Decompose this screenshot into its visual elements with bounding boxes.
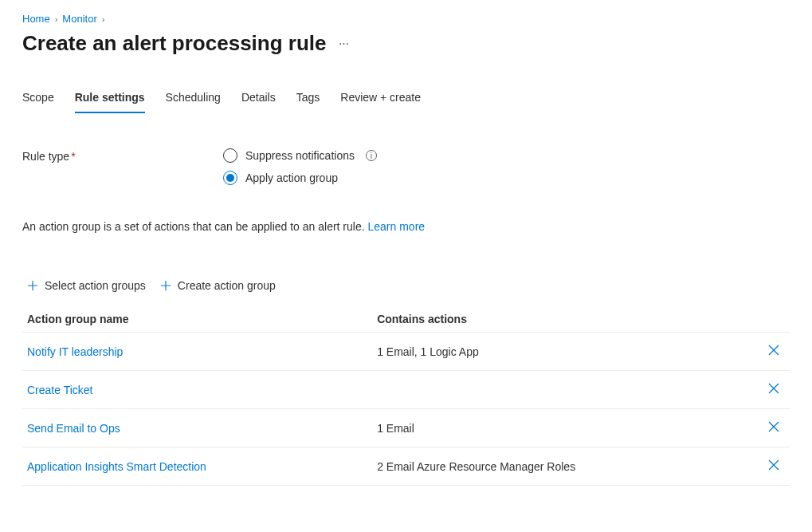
info-icon[interactable]: i bbox=[366, 150, 377, 161]
tab-tags[interactable]: Tags bbox=[296, 86, 320, 113]
plus-icon bbox=[160, 280, 171, 291]
radio-label: Apply action group bbox=[245, 171, 338, 184]
action-group-link[interactable]: Send Email to Ops bbox=[27, 422, 120, 435]
select-action-groups-button[interactable]: Select action groups bbox=[25, 276, 147, 295]
radio-suppress-notifications[interactable]: Suppress notifications i bbox=[223, 148, 377, 163]
create-action-group-button[interactable]: Create action group bbox=[159, 276, 277, 295]
description-text: An action group is a set of actions that… bbox=[22, 220, 790, 233]
action-group-toolbar: Select action groups Create action group bbox=[22, 276, 790, 295]
remove-row-button[interactable] bbox=[764, 341, 783, 362]
learn-more-link[interactable]: Learn more bbox=[368, 220, 426, 233]
more-actions-button[interactable]: ⋯ bbox=[335, 34, 352, 53]
action-groups-table: Action group name Contains actions Notif… bbox=[22, 300, 790, 486]
required-indicator: * bbox=[71, 150, 75, 163]
breadcrumb: Home › Monitor › bbox=[22, 13, 790, 25]
tab-review-create[interactable]: Review + create bbox=[340, 86, 421, 113]
rule-type-radio-group: Suppress notifications i Apply action gr… bbox=[223, 148, 377, 185]
column-header-name: Action group name bbox=[22, 300, 372, 333]
table-row: Notify IT leadership1 Email, 1 Logic App bbox=[22, 333, 790, 371]
rule-type-label: Rule type* bbox=[22, 148, 223, 163]
action-group-link[interactable]: Notify IT leadership bbox=[27, 345, 123, 358]
contains-actions-cell: 1 Email, 1 Logic App bbox=[372, 333, 758, 371]
button-label: Create action group bbox=[178, 279, 276, 292]
chevron-right-icon: › bbox=[55, 14, 58, 24]
contains-actions-cell bbox=[372, 371, 758, 409]
plus-icon bbox=[27, 280, 38, 291]
table-row: Create Ticket bbox=[22, 371, 790, 409]
breadcrumb-monitor[interactable]: Monitor bbox=[62, 13, 96, 25]
tab-rule-settings[interactable]: Rule settings bbox=[75, 86, 145, 113]
remove-row-button[interactable] bbox=[764, 455, 783, 477]
table-row: Application Insights Smart Detection2 Em… bbox=[22, 447, 790, 486]
table-row: Send Email to Ops1 Email bbox=[22, 409, 790, 447]
radio-selected-icon bbox=[223, 171, 237, 185]
tabs: Scope Rule settings Scheduling Details T… bbox=[22, 86, 790, 113]
chevron-right-icon: › bbox=[102, 14, 105, 24]
remove-row-button[interactable] bbox=[764, 379, 783, 400]
close-icon bbox=[767, 420, 780, 435]
page-title: Create an alert processing rule bbox=[22, 31, 326, 56]
tab-scheduling[interactable]: Scheduling bbox=[166, 86, 221, 113]
radio-label: Suppress notifications bbox=[245, 149, 355, 162]
close-icon bbox=[767, 459, 780, 474]
contains-actions-cell: 1 Email bbox=[372, 409, 758, 447]
contains-actions-cell: 2 Email Azure Resource Manager Roles bbox=[372, 447, 758, 486]
ellipsis-icon: ⋯ bbox=[339, 37, 349, 49]
tab-details[interactable]: Details bbox=[241, 86, 276, 113]
radio-apply-action-group[interactable]: Apply action group bbox=[223, 171, 377, 185]
close-icon bbox=[767, 382, 780, 397]
column-header-contains: Contains actions bbox=[372, 300, 758, 333]
close-icon bbox=[767, 344, 780, 359]
button-label: Select action groups bbox=[45, 279, 146, 292]
breadcrumb-home[interactable]: Home bbox=[22, 13, 50, 25]
action-group-link[interactable]: Create Ticket bbox=[27, 384, 92, 396]
remove-row-button[interactable] bbox=[764, 417, 783, 439]
tab-scope[interactable]: Scope bbox=[22, 86, 54, 113]
action-group-link[interactable]: Application Insights Smart Detection bbox=[27, 460, 206, 473]
radio-unselected-icon bbox=[223, 148, 237, 163]
